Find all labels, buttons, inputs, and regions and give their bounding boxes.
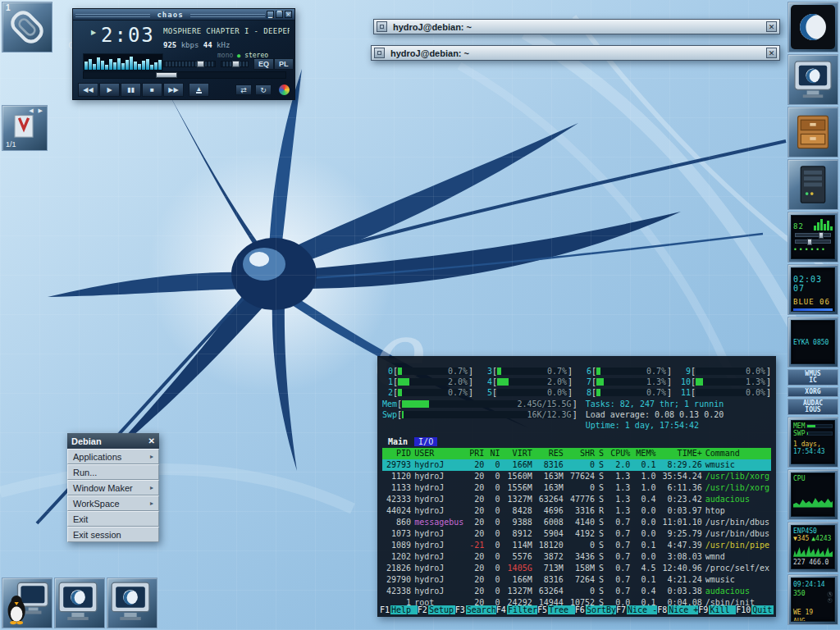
column-header-mem[interactable]: MEM% (632, 448, 657, 459)
dock-filemanager-appicon[interactable] (788, 107, 838, 158)
shuffle-button[interactable]: ⇄ (235, 84, 252, 95)
net-down-rate: 345 (797, 535, 809, 542)
mixer-slider-1[interactable] (795, 233, 831, 237)
balance-slider[interactable] (221, 61, 249, 67)
process-row[interactable]: 1202hydroJ200557638723436S0.70.03:08.03w… (382, 551, 771, 563)
process-row[interactable]: 44024hydroJ200842846963316R1.30.00:03.97… (382, 505, 771, 517)
dock-button-audac-ious[interactable]: AUDAC IOUS (788, 399, 838, 415)
menu-item-workspace[interactable]: WorkSpace▸ (67, 495, 159, 511)
pager-appicon[interactable]: ◀ ▶ 1/1 (2, 105, 48, 151)
menu-item-run[interactable]: Run... (67, 464, 159, 480)
dock-netmonitor-dockapp[interactable]: ENP4S0 ▼345 ▲4243 227 466.0 (788, 522, 838, 573)
dock-windowmaker-appicon[interactable] (788, 2, 838, 52)
fkey-f9[interactable]: F9Kill (698, 605, 736, 614)
dock-gnustep-appicon[interactable] (788, 54, 838, 105)
menu-item-window-maker[interactable]: Window Maker▸ (67, 480, 159, 495)
dock-clock-dockapp[interactable]: 02:03 07 BLUE 06 (788, 264, 838, 315)
repeat-button[interactable]: ↻ (255, 84, 272, 95)
dock-weather-dockapp[interactable]: EYKA 0850 TMP 0 DEW -2 PRS 1018 HUM 100 (788, 317, 838, 368)
process-row[interactable]: 42338hydroJ2001327M632640S0.70.40:03.38a… (382, 586, 771, 597)
volume-knob[interactable] (197, 61, 204, 67)
appicon-gnustep-2[interactable] (107, 578, 158, 628)
stop-button[interactable]: ■ (142, 83, 162, 97)
mem-meter-text: 2.45G/15.5G (517, 399, 571, 409)
fkey-f1[interactable]: F1Help (380, 605, 418, 614)
root-menu-close-button[interactable]: ✕ (148, 436, 155, 445)
dock-cpuload-dockapp[interactable]: CPU (788, 469, 838, 520)
terminal-2-close-button[interactable]: ✕ (766, 48, 777, 58)
root-menu-titlebar[interactable]: Debian ✕ (67, 433, 159, 449)
next-button[interactable]: ▶▶ (163, 83, 184, 97)
dock-clock2-dockapp[interactable]: 09:24:14 350 WE 19 AUG (788, 574, 838, 625)
menu-item-exit[interactable]: Exit (67, 511, 159, 527)
process-row[interactable]: 1089hydroJ-210114M181200S0.70.14:47.39/u… (382, 540, 771, 551)
volume-slider[interactable] (163, 61, 216, 67)
fkey-f8[interactable]: F8Nice + (657, 605, 698, 614)
balance-knob[interactable] (232, 61, 240, 67)
process-row[interactable]: 860messagebus200938860084140S0.70.011:01… (382, 517, 771, 528)
column-header-pid[interactable]: PID (382, 448, 413, 459)
column-header-time[interactable]: TIME+ (657, 448, 703, 459)
process-row[interactable]: 29793hydroJ200166M83160S2.00.18:29.26wmu… (382, 459, 771, 471)
fkey-f4[interactable]: F4Filter (496, 605, 537, 614)
pager-next-arrow[interactable]: ▶ (39, 107, 44, 113)
eject-button[interactable]: ▲ (189, 83, 209, 97)
column-header-pri[interactable]: PRI (466, 448, 486, 459)
net-graph (793, 542, 833, 557)
terminal-window-2-titlebar[interactable]: hydroJ@debian: ~ ✕ (371, 45, 780, 61)
tab-io[interactable]: I/O (414, 437, 437, 446)
previous-button[interactable]: ◀◀ (78, 83, 98, 97)
process-row[interactable]: 1073hydroJ200891259044192S0.70.09:25.79/… (382, 528, 771, 540)
terminal-1-close-button[interactable]: ✕ (766, 21, 777, 32)
close-button[interactable]: ✕ (285, 11, 292, 18)
fkey-f7[interactable]: F7Nice - (616, 605, 657, 614)
column-header-ni[interactable]: NI (486, 448, 501, 459)
fkey-f2[interactable]: F2Setup (418, 605, 455, 614)
column-header-shr[interactable]: SHR (565, 448, 596, 459)
tab-main[interactable]: Main (384, 437, 412, 446)
fkey-f5[interactable]: F5Tree (537, 605, 575, 614)
menu-item-exit-session[interactable]: Exit session (67, 527, 159, 542)
terminal-window-1-titlebar[interactable]: hydroJ@debian: ~ ✕ (373, 19, 780, 34)
process-row[interactable]: 1120hydroJ2001560M163M77624S1.31.035:54.… (382, 471, 771, 482)
column-header-s[interactable]: S (596, 448, 606, 459)
process-row[interactable]: 29790hydroJ200166M83167264S0.70.14:21.24… (382, 574, 771, 586)
playlist-button[interactable]: PL (274, 58, 294, 70)
column-header-cpu[interactable]: CPU% (606, 448, 632, 459)
equalizer-button[interactable]: EQ (253, 58, 274, 70)
appicon-gnustep-1[interactable] (54, 578, 105, 628)
spectrum-analyzer[interactable] (83, 53, 163, 71)
shade-button[interactable]: ▔ (276, 11, 283, 18)
process-row[interactable]: 21826hydroJ2001405G713M158MS0.74.512:40.… (382, 563, 771, 574)
elapsed-time-display[interactable]: 2:03 (101, 24, 155, 47)
dock-button-xorg[interactable]: XORG (788, 387, 838, 397)
fkey-f10[interactable]: F10Quit (736, 605, 774, 614)
process-row[interactable]: 42333hydroJ2001327M6326447776S1.30.40:23… (382, 494, 771, 505)
appicon-terminal-tux[interactable] (2, 578, 52, 628)
pause-button[interactable]: ▮▮ (121, 83, 141, 97)
dock-mixer-dockapp[interactable]: 82 •••••• (788, 212, 838, 262)
cell-shr: 0 (565, 482, 596, 494)
menu-item-applications[interactable]: Applications▸ (67, 449, 159, 464)
miniaturize-icon[interactable] (377, 21, 387, 32)
column-header-virt[interactable]: VIRT (501, 448, 533, 459)
miniaturize-icon[interactable] (374, 48, 385, 58)
dock-memload-dockapp[interactable]: MEM SWP 1 days, 17:54:43 (788, 417, 838, 468)
column-header-command[interactable]: Command (704, 448, 771, 459)
dock-button-wmus-ic[interactable]: WMUS IC (788, 369, 838, 386)
column-header-res[interactable]: RES (534, 448, 565, 459)
column-header-user[interactable]: USER (413, 448, 466, 459)
cell-mem: 0.0 (632, 528, 657, 540)
player-titlebar[interactable]: chaos ▁ ▔ ✕ (73, 9, 294, 21)
seek-bar[interactable] (83, 71, 286, 79)
mixer-slider-2[interactable] (795, 240, 831, 244)
pager-prev-arrow[interactable]: ◀ (29, 107, 34, 113)
play-button[interactable]: ▶ (99, 83, 120, 97)
fkey-f6[interactable]: F6SortBy (575, 605, 616, 614)
process-row[interactable]: 1133hydroJ2001556M163M0S1.31.06:11.36/us… (382, 482, 771, 494)
dock-server-appicon[interactable] (788, 159, 838, 210)
minimize-button[interactable]: ▁ (267, 11, 274, 18)
workspace-clip[interactable]: 1 One (2, 2, 52, 52)
seek-knob[interactable] (156, 72, 177, 78)
fkey-f3[interactable]: F3Search (455, 605, 496, 614)
